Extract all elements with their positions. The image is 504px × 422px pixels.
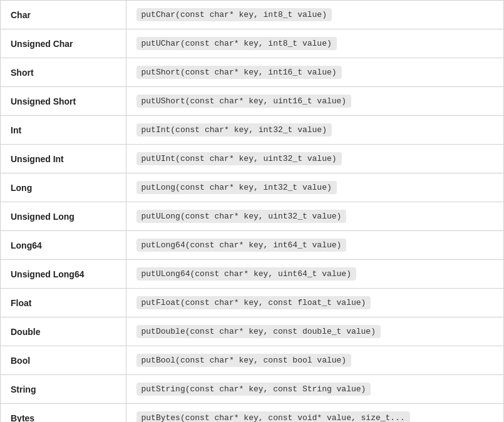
method-badge: putUInt(const char* key, uint32_t value) (136, 152, 342, 165)
type-cell: Unsigned Short (1, 87, 126, 116)
type-cell: Double (1, 317, 126, 346)
method-badge: putDouble(const char* key, const double_… (136, 325, 381, 338)
method-cell: putLong(const char* key, int32_t value) (126, 173, 503, 202)
table-row: BoolputBool(const char* key, const bool … (1, 346, 503, 375)
method-cell: putBool(const char* key, const bool valu… (126, 346, 503, 375)
method-cell: putUInt(const char* key, uint32_t value) (126, 145, 503, 173)
table-row: FloatputFloat(const char* key, const flo… (1, 289, 503, 317)
method-badge: putULong(const char* key, uint32_t value… (136, 210, 347, 223)
table-row: IntputInt(const char* key, int32_t value… (1, 116, 503, 145)
table-row: StringputString(const char* key, const S… (1, 375, 503, 404)
table-row: DoubleputDouble(const char* key, const d… (1, 317, 503, 346)
method-badge: putBytes(const char* key, const void* va… (136, 411, 410, 422)
method-badge: putChar(const char* key, int8_t value) (136, 8, 332, 21)
table-row: Unsigned CharputUChar(const char* key, i… (1, 29, 503, 58)
type-cell: Int (1, 116, 126, 145)
table-row: Long64putLong64(const char* key, int64_t… (1, 231, 503, 260)
type-cell: Unsigned Int (1, 145, 126, 173)
method-badge: putFloat(const char* key, const float_t … (136, 296, 371, 309)
method-cell: putDouble(const char* key, const double_… (126, 317, 503, 346)
method-badge: putLong64(const char* key, int64_t value… (136, 239, 347, 252)
method-cell: putUChar(const char* key, int8_t value) (126, 29, 503, 58)
method-cell: putInt(const char* key, int32_t value) (126, 116, 503, 145)
method-badge: putShort(const char* key, int16_t value) (136, 66, 342, 79)
type-cell: Unsigned Long64 (1, 260, 126, 289)
table-row: Unsigned Long64putULong64(const char* ke… (1, 260, 503, 289)
type-cell: Unsigned Long (1, 202, 126, 231)
method-cell: putULong(const char* key, uint32_t value… (126, 202, 503, 231)
type-cell: Bool (1, 346, 126, 375)
method-badge: putULong64(const char* key, uint64_t val… (136, 267, 356, 280)
type-cell: Char (1, 1, 126, 29)
method-badge: putInt(const char* key, int32_t value) (136, 123, 332, 136)
type-cell: Long64 (1, 231, 126, 260)
type-cell: String (1, 375, 126, 404)
method-cell: putString(const char* key, const String … (126, 375, 503, 404)
table-row: ShortputShort(const char* key, int16_t v… (1, 58, 503, 87)
method-badge: putString(const char* key, const String … (136, 383, 371, 396)
method-cell: putFloat(const char* key, const float_t … (126, 289, 503, 317)
table-row: Unsigned IntputUInt(const char* key, uin… (1, 145, 503, 173)
method-cell: putLong64(const char* key, int64_t value… (126, 231, 503, 260)
type-cell: Float (1, 289, 126, 317)
method-cell: putChar(const char* key, int8_t value) (126, 1, 503, 29)
method-badge: putBool(const char* key, const bool valu… (136, 354, 352, 367)
table-row: Unsigned LongputULong(const char* key, u… (1, 202, 503, 231)
table-row: Unsigned ShortputUShort(const char* key,… (1, 87, 503, 116)
table-row: CharputChar(const char* key, int8_t valu… (1, 1, 503, 29)
type-cell: Unsigned Char (1, 29, 126, 58)
type-cell: Short (1, 58, 126, 87)
table-row: BytesputBytes(const char* key, const voi… (1, 404, 503, 423)
method-badge: putLong(const char* key, int32_t value) (136, 181, 337, 194)
table-row: LongputLong(const char* key, int32_t val… (1, 173, 503, 202)
method-badge: putUShort(const char* key, uint16_t valu… (136, 95, 352, 108)
type-cell: Long (1, 173, 126, 202)
method-badge: putUChar(const char* key, int8_t value) (136, 37, 337, 50)
method-cell: putBytes(const char* key, const void* va… (126, 404, 503, 423)
type-cell: Bytes (1, 404, 126, 423)
method-cell: putUShort(const char* key, uint16_t valu… (126, 87, 503, 116)
method-cell: putShort(const char* key, int16_t value) (126, 58, 503, 87)
method-cell: putULong64(const char* key, uint64_t val… (126, 260, 503, 289)
data-table: CharputChar(const char* key, int8_t valu… (0, 0, 504, 422)
